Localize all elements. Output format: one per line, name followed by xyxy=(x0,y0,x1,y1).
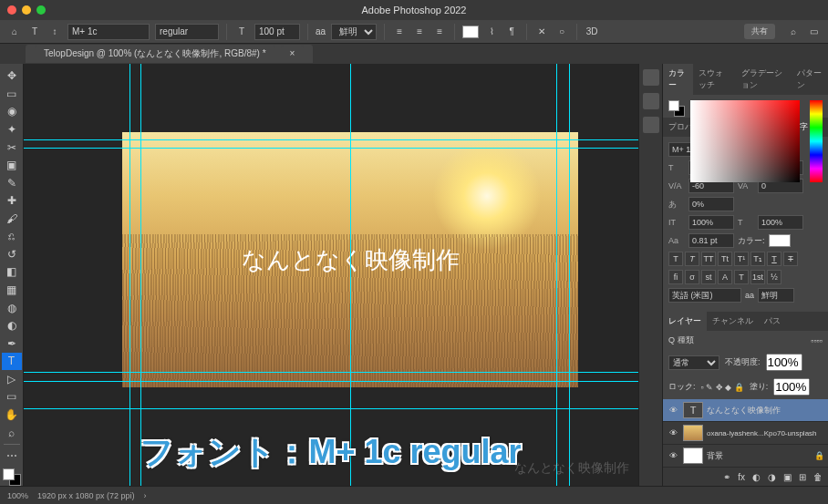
text-color-icon[interactable] xyxy=(462,26,479,38)
link-icon[interactable]: ⚭ xyxy=(723,472,730,482)
mini-swatch[interactable] xyxy=(668,100,685,117)
align-left-icon[interactable]: ≡ xyxy=(392,25,407,39)
dock-icon[interactable] xyxy=(643,117,659,133)
lock-icons[interactable]: ▫ ✎ ✥ ◆ 🔒 xyxy=(701,383,744,392)
guide-v[interactable] xyxy=(129,64,130,486)
font-size-input[interactable] xyxy=(254,24,300,40)
new-layer-icon[interactable]: ⊞ xyxy=(799,472,806,482)
guide-v[interactable] xyxy=(140,64,141,486)
dock-icon[interactable] xyxy=(643,69,659,86)
smallcaps-button[interactable]: Tt xyxy=(718,252,732,266)
share-button[interactable]: 共有 xyxy=(744,24,775,39)
ot1-button[interactable]: σ xyxy=(685,270,699,284)
blend-mode[interactable]: 通常 xyxy=(668,355,719,370)
ot4-button[interactable]: T xyxy=(734,270,749,284)
aa-select[interactable]: 鮮明 xyxy=(331,24,377,40)
adjust-icon[interactable]: ◑ xyxy=(768,472,776,482)
opacity-input[interactable] xyxy=(766,354,802,371)
visibility-icon[interactable]: 👁 xyxy=(667,406,679,415)
fx-icon[interactable]: fx xyxy=(738,472,745,482)
layer-item[interactable]: 👁 T なんとなく映像制作 xyxy=(663,399,828,422)
zoom-tool[interactable]: ⌕ xyxy=(2,424,22,441)
color-swatch[interactable] xyxy=(3,468,21,486)
guide-h[interactable] xyxy=(24,148,638,149)
char-hscale[interactable] xyxy=(758,215,803,230)
ot6-button[interactable]: ½ xyxy=(767,270,781,284)
guide-h[interactable] xyxy=(24,408,638,409)
eyedropper-tool[interactable]: ✎ xyxy=(2,174,22,191)
stamp-tool[interactable]: ⎌ xyxy=(2,228,22,245)
lasso-tool[interactable]: ◉ xyxy=(2,103,22,120)
tab-gradient[interactable]: グラデーション xyxy=(736,64,792,95)
guide-h[interactable] xyxy=(24,372,638,373)
close-window-icon[interactable] xyxy=(7,5,16,15)
strike-button[interactable]: T xyxy=(783,252,798,266)
char-color[interactable] xyxy=(769,234,791,247)
maximize-window-icon[interactable] xyxy=(36,5,46,15)
guide-h[interactable] xyxy=(24,139,638,140)
visibility-icon[interactable]: 👁 xyxy=(667,428,679,437)
fill-input[interactable] xyxy=(773,378,810,396)
heal-tool[interactable]: ✚ xyxy=(2,192,22,210)
close-tab-icon[interactable]: × xyxy=(281,46,305,61)
type-tool[interactable]: T xyxy=(2,353,22,370)
path-tool[interactable]: ▷ xyxy=(2,371,22,388)
align-right-icon[interactable]: ≡ xyxy=(432,25,447,39)
guide-v[interactable] xyxy=(569,64,570,486)
history-brush-tool[interactable]: ↺ xyxy=(2,246,22,263)
3d-icon[interactable]: 3D xyxy=(585,25,599,39)
brush-tool[interactable]: 🖌 xyxy=(2,211,22,228)
lang-select[interactable] xyxy=(668,288,741,303)
dodge-tool[interactable]: ◐ xyxy=(2,317,22,334)
ot3-button[interactable]: A xyxy=(718,270,732,284)
document-tab[interactable]: TelopDesign @ 100% (なんとなく映像制作, RGB/8#) *… xyxy=(26,45,313,63)
tab-layers[interactable]: レイヤー xyxy=(663,312,707,331)
visibility-icon[interactable]: 👁 xyxy=(667,451,679,460)
blur-tool[interactable]: ◍ xyxy=(2,299,22,316)
super-button[interactable]: T¹ xyxy=(734,252,749,266)
shape-tool[interactable]: ▭ xyxy=(2,388,22,406)
marquee-tool[interactable]: ▭ xyxy=(2,86,22,103)
char-panel-icon[interactable]: ¶ xyxy=(504,25,519,39)
cancel-icon[interactable]: ✕ xyxy=(534,25,549,39)
char-vscale[interactable] xyxy=(688,215,734,230)
tab-paths[interactable]: パス xyxy=(759,312,786,331)
color-field[interactable] xyxy=(690,100,800,182)
tab-swatch[interactable]: スウォッチ xyxy=(693,64,736,95)
wand-tool[interactable]: ✦ xyxy=(2,121,22,139)
zoom-level[interactable]: 100% xyxy=(7,491,28,500)
commit-icon[interactable]: ○ xyxy=(554,25,569,39)
layer-item[interactable]: 👁 背景 🔒 xyxy=(663,445,828,468)
ot5-button[interactable]: 1st xyxy=(750,270,765,284)
italic-button[interactable]: T xyxy=(685,252,699,266)
hand-tool[interactable]: ✋ xyxy=(2,406,22,424)
bold-button[interactable]: T xyxy=(668,252,683,266)
trash-icon[interactable]: 🗑 xyxy=(813,472,823,482)
hue-slider[interactable] xyxy=(810,100,823,182)
sub-button[interactable]: T₁ xyxy=(750,252,765,266)
tab-pattern[interactable]: パターン xyxy=(792,64,828,95)
char-baseline[interactable] xyxy=(688,197,734,211)
frame-tool[interactable]: ▣ xyxy=(2,157,22,174)
tab-channels[interactable]: チャンネル xyxy=(707,312,759,331)
minimize-window-icon[interactable] xyxy=(22,5,31,15)
chevron-icon[interactable]: › xyxy=(144,491,147,500)
mask-icon[interactable]: ◐ xyxy=(752,472,761,482)
orientation-icon[interactable]: ↕ xyxy=(47,25,62,39)
eraser-tool[interactable]: ◧ xyxy=(2,263,22,281)
guide-v[interactable] xyxy=(350,64,351,486)
filter-icon[interactable]: ▫▫▫▫ xyxy=(811,336,823,345)
home-icon[interactable]: ⌂ xyxy=(7,25,22,39)
align-center-icon[interactable]: ≡ xyxy=(412,25,427,39)
edit-toolbar[interactable]: ⋯ xyxy=(2,447,22,465)
canvas-area[interactable]: なんとなく映像制作 フォント：M+ 1c regular なんとなく映像制作 xyxy=(24,64,638,486)
underline-button[interactable]: T xyxy=(767,252,781,266)
ot2-button[interactable]: st xyxy=(701,270,716,284)
crop-tool[interactable]: ✂ xyxy=(2,139,22,156)
font-family-input[interactable] xyxy=(67,24,150,40)
guide-h[interactable] xyxy=(24,381,638,382)
move-tool[interactable]: ✥ xyxy=(2,67,22,85)
layer-item[interactable]: 👁 oxana-lyashenk...Kpo70-unsplash xyxy=(663,422,828,445)
folder-icon[interactable]: ▣ xyxy=(783,472,792,482)
warp-text-icon[interactable]: ⌇ xyxy=(484,25,499,39)
